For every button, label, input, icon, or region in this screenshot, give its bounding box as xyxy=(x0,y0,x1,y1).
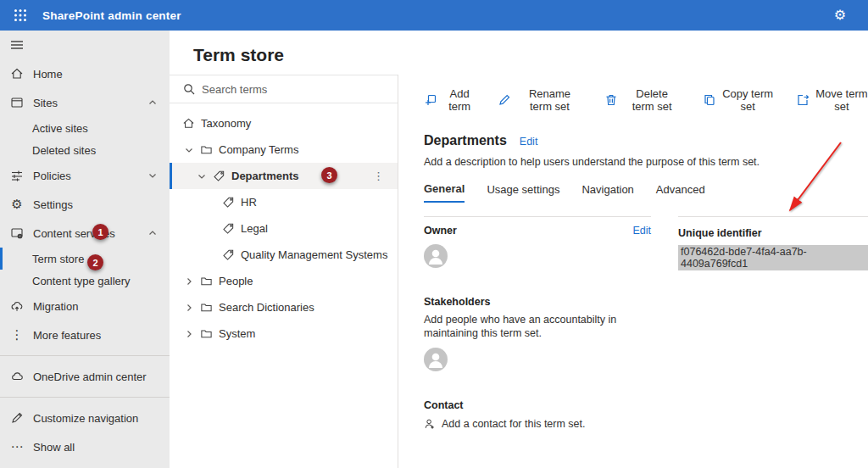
more-options-icon[interactable]: ⋮ xyxy=(373,170,392,181)
app-launcher-icon[interactable] xyxy=(10,5,31,25)
sidebar-item-customize-navigation[interactable]: Customize navigation xyxy=(0,404,170,432)
unique-identifier-label: Unique identifier xyxy=(678,227,762,239)
folder-icon xyxy=(200,143,213,156)
stakeholders-label: Stakeholders xyxy=(424,296,491,308)
chevron-right-icon[interactable] xyxy=(184,303,194,313)
tag-icon xyxy=(213,170,225,182)
add-term-button[interactable]: Add term xyxy=(424,87,476,113)
chevron-down-icon[interactable] xyxy=(197,171,207,181)
sites-icon xyxy=(10,96,24,109)
left-navigation: Home Sites Active sites Deleted sites xyxy=(0,31,170,468)
owner-label: Owner xyxy=(424,225,457,237)
chevron-down-icon xyxy=(147,170,158,181)
contact-section: Contact Add a contact for this term set. xyxy=(424,397,651,430)
tree-item-people[interactable]: People xyxy=(170,268,398,294)
chevron-right-icon[interactable] xyxy=(184,329,194,339)
edit-name-link[interactable]: Edit xyxy=(520,136,538,148)
folder-icon xyxy=(200,275,213,287)
tag-icon xyxy=(222,196,235,209)
move-icon xyxy=(796,93,810,107)
folder-icon xyxy=(200,327,213,340)
tree-item-taxonomy[interactable]: Taxonomy xyxy=(170,110,398,136)
cloud-icon xyxy=(10,370,24,383)
chevron-down-icon[interactable] xyxy=(184,145,194,155)
tab-advanced[interactable]: Advanced xyxy=(656,182,705,203)
command-bar: Add term Rename term set D xyxy=(424,90,868,110)
sidebar-item-sites[interactable]: Sites xyxy=(0,88,170,117)
tree-item-legal[interactable]: Legal xyxy=(170,215,398,242)
sidebar-item-settings[interactable]: ⚙ Settings xyxy=(0,190,170,219)
tag-icon xyxy=(222,248,235,261)
search-terms-input[interactable] xyxy=(202,83,389,96)
unique-identifier-value: f076462d-bde7-4fa4-aa7b-4409a769fcd1 xyxy=(678,245,868,270)
term-set-detail-panel: Add term Rename term set D xyxy=(398,75,868,468)
search-terms-box xyxy=(170,75,398,103)
move-term-set-button[interactable]: Move term set xyxy=(796,87,868,113)
add-contact-button[interactable]: Add a contact for this term set. xyxy=(424,418,651,430)
settings-gear-icon[interactable]: ⚙ xyxy=(834,8,846,22)
pencil-icon xyxy=(498,93,511,107)
add-term-icon xyxy=(424,93,437,107)
chevron-up-icon xyxy=(147,228,158,238)
sidebar-item-show-all[interactable]: ⋯ Show all xyxy=(0,432,170,461)
sidebar-divider xyxy=(0,397,170,398)
search-icon xyxy=(183,83,195,95)
rename-term-set-button[interactable]: Rename term set xyxy=(498,87,581,113)
sidebar-divider xyxy=(0,355,170,356)
general-left-column: Owner Edit Stakeholders Add people who h… xyxy=(424,216,651,430)
tree-item-quality-management-systems[interactable]: Quality Management Systems xyxy=(170,242,398,268)
main-content: Term store T xyxy=(170,31,868,468)
content-services-icon xyxy=(10,226,24,240)
tree-item-hr[interactable]: HR xyxy=(170,189,398,215)
sidebar-item-more-features[interactable]: ⋮ More features xyxy=(0,320,170,349)
tree-item-company-terms[interactable]: Company Terms xyxy=(170,136,398,163)
sidebar-item-term-store[interactable]: Term store xyxy=(0,248,170,270)
sidebar-item-content-services[interactable]: Content services xyxy=(0,219,170,248)
term-store-tree-panel: Taxonomy Company Terms xyxy=(170,75,398,468)
detail-tabs: General Usage settings Navigation Advanc… xyxy=(424,182,868,203)
folder-icon xyxy=(200,301,213,314)
person-add-icon xyxy=(424,418,436,430)
taxonomy-tree: Taxonomy Company Terms xyxy=(170,103,398,347)
copy-term-set-button[interactable]: Copy term set xyxy=(703,87,774,113)
more-vertical-icon: ⋮ xyxy=(10,328,24,342)
sidebar-item-onedrive-admin-center[interactable]: OneDrive admin center xyxy=(0,362,170,391)
term-set-header: Departments Edit xyxy=(424,133,868,148)
tab-usage-settings[interactable]: Usage settings xyxy=(487,182,559,203)
chevron-up-icon xyxy=(147,98,158,108)
tree-item-departments[interactable]: Departments ⋮ xyxy=(170,163,398,189)
sidebar-item-migration[interactable]: Migration xyxy=(0,292,170,320)
copy-icon xyxy=(703,93,716,107)
annotation-step-1-badge: 1 xyxy=(92,224,108,240)
stakeholders-section: Stakeholders Add people who have an acco… xyxy=(424,293,651,371)
cloud-upload-icon xyxy=(10,299,24,313)
home-icon xyxy=(182,117,195,130)
person-icon xyxy=(424,244,448,268)
stakeholders-avatar[interactable] xyxy=(424,348,448,371)
pencil-icon xyxy=(10,411,24,425)
chevron-right-icon[interactable] xyxy=(184,276,194,287)
tag-icon xyxy=(222,222,235,235)
owner-avatar xyxy=(424,244,448,268)
sidebar-item-policies[interactable]: Policies xyxy=(0,161,170,190)
owner-section-header: Owner Edit xyxy=(424,225,651,237)
term-set-title: Departments xyxy=(424,133,507,148)
gear-icon: ⚙ xyxy=(10,198,24,211)
page-title: Term store xyxy=(170,31,868,75)
delete-term-set-button[interactable]: Delete term set xyxy=(604,87,681,113)
app-title: SharePoint admin center xyxy=(42,9,181,22)
edit-owner-link[interactable]: Edit xyxy=(632,225,651,237)
tree-item-search-dictionaries[interactable]: Search Dictionaries xyxy=(170,294,398,320)
sidebar-item-home[interactable]: Home xyxy=(0,59,170,88)
annotation-step-3-badge: 3 xyxy=(321,167,337,183)
tab-general[interactable]: General xyxy=(424,182,465,203)
sidebar-item-deleted-sites[interactable]: Deleted sites xyxy=(0,139,170,161)
tab-navigation[interactable]: Navigation xyxy=(581,182,633,203)
sidebar-item-content-type-gallery[interactable]: Content type gallery xyxy=(0,270,170,292)
term-set-description-hint: Add a description to help users understa… xyxy=(424,156,868,168)
hamburger-menu-icon[interactable] xyxy=(0,31,170,59)
tree-item-system[interactable]: System xyxy=(170,320,398,347)
sidebar-item-active-sites[interactable]: Active sites xyxy=(0,117,170,139)
general-right-column: Unique identifier f076462d-bde7-4fa4-aa7… xyxy=(678,216,868,430)
stakeholders-hint: Add people who have an accountabilty in … xyxy=(424,314,651,340)
